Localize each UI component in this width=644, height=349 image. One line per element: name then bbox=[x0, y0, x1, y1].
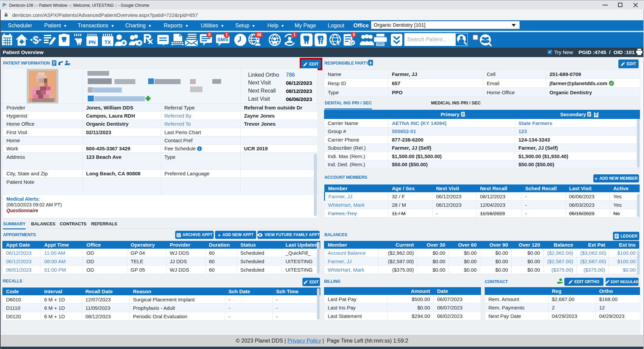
svg-text:$: $ bbox=[370, 61, 372, 65]
svg-text:$: $ bbox=[33, 34, 39, 46]
svg-text:?: ? bbox=[591, 115, 593, 117]
svg-text:2: 2 bbox=[320, 37, 322, 42]
svg-text:?: ? bbox=[465, 115, 466, 117]
svg-text:TX: TX bbox=[104, 39, 111, 45]
svg-text:PN: PN bbox=[89, 39, 96, 45]
